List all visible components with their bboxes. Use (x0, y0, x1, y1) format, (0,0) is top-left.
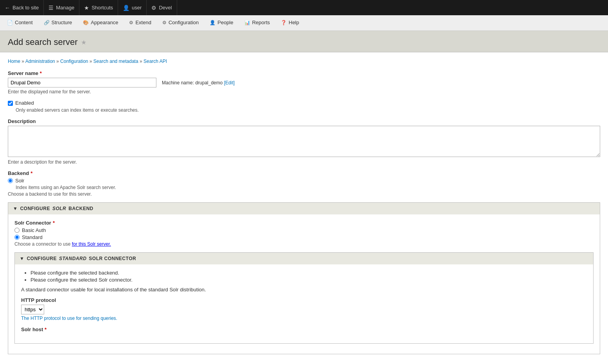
page-title: Add search server (8, 37, 78, 47)
breadcrumb-configuration[interactable]: Configuration (60, 59, 88, 64)
favorite-icon[interactable]: ★ (81, 39, 86, 46)
enabled-label[interactable]: Enabled (15, 100, 34, 106)
required-indicator: * (40, 70, 42, 76)
configure-solr-section: ▼ CONFIGURE SOLR BACKEND Solr Connector … (8, 202, 600, 354)
description-label: Description (8, 118, 600, 124)
connector-basic-auth-label[interactable]: Basic Auth (22, 227, 46, 233)
menu-icon: ☰ (48, 5, 54, 11)
http-protocol-group: HTTP protocol https http The HTTP protoc… (21, 297, 587, 321)
breadcrumb-administration[interactable]: Administration (25, 59, 55, 64)
solr-host-label: Solr host * (21, 327, 587, 332)
enabled-checkbox[interactable] (8, 101, 13, 106)
configure-solr-content: Solr Connector * Basic Auth Standard Cho… (8, 214, 600, 354)
people-icon: 👤 (210, 20, 215, 25)
description-textarea[interactable] (8, 126, 600, 157)
star-icon: ★ (84, 5, 89, 11)
admin-bar: ← Back to site ☰ Manage ★ Shortcuts 👤 us… (0, 0, 608, 15)
configure-standard-bullets: Please configure the selected backend. P… (21, 270, 587, 283)
backend-solr-label[interactable]: Solr (15, 178, 24, 184)
solr-connector-label: Solr Connector * (14, 220, 594, 226)
configure-standard-section: ▼ CONFIGURE STANDARD SOLR CONNECTOR Plea… (14, 252, 594, 344)
main-content: Home » Administration » Configuration » … (0, 52, 608, 364)
connector-standard-radio[interactable] (14, 235, 20, 240)
user-menu[interactable]: 👤 user (118, 0, 147, 15)
main-nav: 📄 Content 🔗 Structure 🎨 Appearance ⚙ Ext… (0, 15, 608, 31)
nav-reports[interactable]: 📊 Reports (239, 15, 276, 30)
backend-choose-hint: Choose a backend to use for this server. (8, 191, 600, 197)
config-icon: ⚙ (162, 20, 167, 25)
description-hint: Enter a description for the server. (8, 159, 600, 165)
bullet-1: Please configure the selected backend. (30, 270, 587, 276)
configure-solr-header[interactable]: ▼ CONFIGURE SOLR BACKEND (8, 203, 600, 214)
server-name-label: Server name * (8, 70, 600, 76)
appearance-icon: 🎨 (83, 20, 89, 25)
http-protocol-hint: The HTTP protocol to use for sending que… (21, 316, 587, 321)
enabled-group: Enabled Only enabled servers can index i… (8, 100, 600, 113)
nav-help[interactable]: ❓ Help (275, 15, 305, 30)
backend-solr-hint: Index items using an Apache Solr search … (16, 185, 600, 190)
breadcrumb-search-api[interactable]: Search API (143, 59, 167, 64)
machine-name-info: Machine name: drupal_demo [Edit] (162, 80, 235, 86)
user-icon: 👤 (123, 5, 129, 11)
content-icon: 📄 (7, 20, 13, 25)
structure-icon: 🔗 (44, 20, 50, 25)
nav-extend[interactable]: ⚙ Extend (124, 15, 156, 30)
arrow-left-icon: ← (5, 5, 10, 11)
back-to-site-link[interactable]: ← Back to site (0, 0, 44, 15)
connector-standard-group: Standard (14, 234, 594, 240)
http-protocol-label: HTTP protocol (21, 297, 587, 303)
solr-connector-hint-link[interactable]: for this Solr server. (72, 241, 111, 247)
nav-structure[interactable]: 🔗 Structure (38, 15, 78, 30)
collapse-arrow-icon: ▼ (13, 206, 18, 211)
solr-connector-group: Solr Connector * Basic Auth Standard Cho… (14, 220, 594, 247)
breadcrumb: Home » Administration » Configuration » … (8, 59, 600, 64)
breadcrumb-home[interactable]: Home (8, 59, 20, 64)
solr-host-group: Solr host * (21, 327, 587, 332)
description-group: Description Enter a description for the … (8, 118, 600, 165)
page-header: Add search server ★ (0, 31, 608, 52)
help-icon: ❓ (281, 20, 287, 25)
nav-configuration[interactable]: ⚙ Configuration (157, 15, 204, 30)
backend-label: Backend * (8, 170, 600, 176)
extend-icon: ⚙ (129, 20, 133, 25)
connector-basic-auth-group: Basic Auth (14, 227, 594, 233)
backend-solr-radio[interactable] (8, 178, 13, 183)
bullet-2: Please configure the selected Solr conne… (30, 277, 587, 283)
server-name-hint: Enter the displayed name for the server. (8, 89, 600, 95)
connector-standard-label[interactable]: Standard (22, 234, 43, 240)
connector-basic-auth-radio[interactable] (14, 228, 20, 233)
nav-people[interactable]: 👤 People (204, 15, 239, 30)
reports-icon: 📊 (244, 20, 250, 25)
nav-content[interactable]: 📄 Content (2, 15, 38, 30)
backend-group: Backend * Solr Index items using an Apac… (8, 170, 600, 197)
nav-appearance[interactable]: 🎨 Appearance (77, 15, 124, 30)
gear-icon: ⚙ (151, 5, 156, 11)
devel-menu[interactable]: ⚙ Devel (147, 0, 177, 15)
configure-standard-header[interactable]: ▼ CONFIGURE STANDARD SOLR CONNECTOR (15, 253, 593, 264)
server-name-group: Server name * Machine name: drupal_demo … (8, 70, 600, 95)
enabled-hint: Only enabled servers can index items or … (16, 107, 600, 113)
collapse-arrow-icon-2: ▼ (20, 256, 24, 261)
shortcuts-menu[interactable]: ★ Shortcuts (79, 0, 118, 15)
server-name-input-row: Machine name: drupal_demo [Edit] (8, 78, 600, 87)
standard-description: A standard connector usable for local in… (21, 287, 587, 293)
backend-radio-solr: Solr (8, 178, 600, 184)
server-name-input[interactable] (8, 78, 156, 87)
http-protocol-select[interactable]: https http (21, 305, 44, 314)
enabled-checkbox-group: Enabled (8, 100, 600, 106)
breadcrumb-search-metadata[interactable]: Search and metadata (93, 59, 138, 64)
solr-connector-hint: Choose a connector to use for this Solr … (14, 241, 594, 247)
manage-menu[interactable]: ☰ Manage (44, 0, 79, 15)
configure-standard-content: Please configure the selected backend. P… (15, 264, 593, 343)
edit-machine-name-link[interactable]: [Edit] (224, 80, 235, 86)
